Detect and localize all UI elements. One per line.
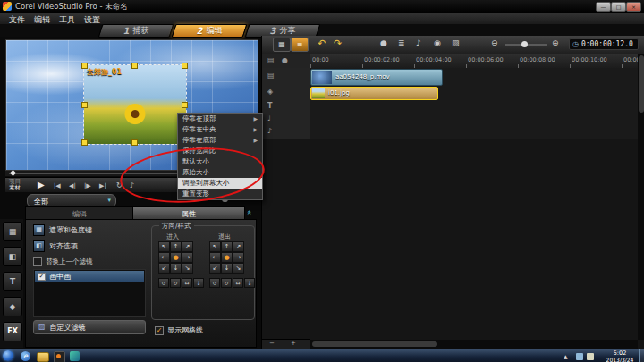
exit-dir-center[interactable]: ● bbox=[221, 252, 233, 263]
undo-button[interactable]: ↶ bbox=[318, 38, 326, 48]
taskbar-clock[interactable]: 5:02 2013/3/24 bbox=[603, 350, 637, 362]
exit-dir-se[interactable]: ↘ bbox=[233, 263, 244, 274]
resize-handle-ml[interactable] bbox=[81, 102, 88, 108]
tray-network-icon[interactable] bbox=[576, 353, 583, 360]
media-player-taskbar-icon[interactable] bbox=[54, 351, 65, 362]
go-start-button[interactable]: |◀ bbox=[54, 182, 61, 189]
enter-dir-w[interactable]: ← bbox=[158, 252, 170, 263]
gallery-filter-dropdown[interactable]: 全部 ▾ bbox=[27, 194, 116, 207]
next-frame-button[interactable]: |▶ bbox=[84, 182, 91, 189]
filter-enabled-checkbox[interactable]: ✓ bbox=[38, 273, 46, 281]
category-graphic-button[interactable]: ◆ bbox=[3, 297, 22, 316]
resize-handle-tm[interactable] bbox=[131, 63, 138, 69]
go-end-button[interactable]: ▶| bbox=[99, 182, 106, 189]
overlay-clip-selected[interactable]: i01.jpg bbox=[310, 87, 438, 100]
security-taskbar-icon[interactable] bbox=[70, 351, 80, 361]
category-media-button[interactable]: ▦ bbox=[3, 222, 22, 241]
music-track[interactable] bbox=[310, 126, 638, 139]
record-capture-button[interactable]: ● bbox=[380, 39, 387, 47]
vertical-scrollbar[interactable] bbox=[638, 54, 644, 340]
enter-dir-n[interactable]: ↑ bbox=[170, 241, 182, 252]
menu-item-default-size[interactable]: 默认大小 bbox=[178, 156, 262, 167]
category-transition-button[interactable]: ◧ bbox=[3, 247, 22, 266]
zoom-in-button[interactable]: ⊕ bbox=[552, 39, 559, 47]
menu-item-dock-center[interactable]: 停靠在中央▶ bbox=[178, 124, 262, 135]
enter-rotate-left-button[interactable]: ↺ bbox=[158, 278, 169, 288]
all-tracks-icon[interactable]: ▤ bbox=[267, 57, 275, 64]
close-button[interactable]: × bbox=[626, 2, 641, 12]
exit-dir-sw[interactable]: ↙ bbox=[209, 263, 221, 274]
zoom-in-small-button[interactable]: + bbox=[291, 341, 296, 347]
resize-handle-tr[interactable] bbox=[182, 63, 188, 69]
timeline-zoom-slider-thumb[interactable] bbox=[521, 41, 528, 47]
exit-dir-n[interactable]: ↑ bbox=[221, 241, 233, 252]
auto-music-button[interactable]: ♪ bbox=[416, 39, 421, 47]
show-desktop-button[interactable] bbox=[639, 349, 644, 362]
play-button[interactable]: ▶ bbox=[38, 181, 45, 189]
category-filter-button[interactable]: FX bbox=[3, 322, 22, 341]
enter-rotate-right-button[interactable]: ↻ bbox=[170, 278, 181, 288]
scrubber-handle[interactable] bbox=[10, 170, 16, 176]
timeline-view-button[interactable]: ≡ bbox=[291, 38, 309, 52]
exit-dir-s[interactable]: ↓ bbox=[221, 263, 233, 274]
enter-dir-se[interactable]: ↘ bbox=[182, 263, 193, 274]
enter-dir-nw[interactable]: ↖ bbox=[158, 241, 170, 252]
browser-taskbar-icon[interactable]: e bbox=[21, 351, 30, 361]
replace-filter-checkbox[interactable] bbox=[33, 257, 42, 266]
painting-creator-button[interactable]: ◉ bbox=[434, 39, 441, 47]
menu-item-fit-to-screen[interactable]: 调整到屏幕大小 bbox=[178, 178, 262, 189]
start-button[interactable] bbox=[3, 350, 13, 361]
sound-mixer-button[interactable]: ≣ bbox=[398, 39, 405, 47]
voice-track-header[interactable]: ♩ bbox=[262, 114, 311, 127]
ripple-edit-icon[interactable]: ● bbox=[282, 57, 288, 64]
title-track[interactable] bbox=[310, 101, 638, 114]
timeline-ruler[interactable]: 00:00 00:00:02:00 00:00:04:00 00:00:06:0… bbox=[310, 54, 638, 69]
title-track-header[interactable]: T bbox=[262, 101, 311, 114]
category-title-button[interactable]: T bbox=[3, 272, 22, 291]
resize-handle-bl[interactable] bbox=[81, 139, 88, 146]
tray-volume-icon[interactable] bbox=[587, 353, 594, 360]
tab-edit-step[interactable]: 2编辑 bbox=[172, 24, 248, 38]
repeat-button[interactable]: ↻ bbox=[116, 181, 123, 189]
exit-rotate-left-button[interactable]: ↺ bbox=[209, 278, 220, 288]
menu-item-original-size[interactable]: 原始大小 bbox=[178, 167, 262, 178]
zoom-out-button[interactable]: ⊖ bbox=[491, 39, 498, 47]
exit-rotate-right-button[interactable]: ↻ bbox=[221, 278, 232, 288]
alignment-options-button[interactable]: ◧ 对齐选项 bbox=[33, 240, 78, 252]
collapse-panel-icon[interactable]: « bbox=[245, 210, 253, 215]
storyboard-view-button[interactable]: ▦ bbox=[273, 38, 291, 52]
horizontal-scrollbar[interactable] bbox=[310, 340, 638, 349]
enter-dir-center[interactable]: ● bbox=[170, 252, 182, 263]
enter-dir-e[interactable]: → bbox=[182, 252, 193, 263]
exit-fade-h-button[interactable]: ↔ bbox=[233, 278, 243, 288]
mode-clip-button[interactable]: 素材 bbox=[9, 185, 21, 191]
music-track-header[interactable]: ♪ bbox=[262, 126, 311, 139]
enter-dir-ne[interactable]: ↗ bbox=[182, 241, 193, 252]
exit-fade-v-button[interactable]: ↕ bbox=[244, 278, 255, 288]
enter-fade-h-button[interactable]: ↔ bbox=[182, 278, 192, 288]
resize-handle-mr[interactable] bbox=[182, 102, 188, 108]
mask-chroma-button[interactable]: ▦ 遮罩和色度键 bbox=[33, 224, 92, 236]
filter-list-item[interactable]: ✓ 画中画 bbox=[35, 271, 144, 282]
volume-button[interactable]: ♪ bbox=[130, 181, 134, 189]
redo-button[interactable]: ↷ bbox=[334, 38, 342, 48]
tray-expand-icon[interactable]: ▲ bbox=[564, 354, 568, 359]
vertical-scrollbar-thumb[interactable] bbox=[639, 55, 644, 113]
show-grid-checkbox[interactable]: ✓ bbox=[155, 326, 164, 335]
resize-handle-tl[interactable] bbox=[81, 63, 88, 69]
maximize-button[interactable]: □ bbox=[611, 2, 626, 12]
track-manager-button[interactable]: ▨ bbox=[452, 39, 460, 47]
overlay-track-header[interactable]: ◈ bbox=[262, 86, 311, 102]
video-track-header[interactable]: ▤ bbox=[262, 68, 311, 87]
exit-dir-e[interactable]: → bbox=[233, 252, 244, 263]
overlay-track[interactable]: i01.jpg bbox=[310, 86, 638, 102]
exit-dir-nw[interactable]: ↖ bbox=[209, 241, 221, 252]
explorer-taskbar-icon[interactable] bbox=[37, 352, 49, 362]
menu-item-dock-bottom[interactable]: 停靠在底部▶ bbox=[178, 135, 262, 146]
exit-dir-w[interactable]: ← bbox=[209, 252, 221, 263]
voice-track[interactable] bbox=[310, 114, 638, 127]
zoom-out-small-button[interactable]: − bbox=[269, 341, 275, 347]
overlay-selection-box[interactable]: 去郊游_01 bbox=[83, 64, 187, 145]
horizontal-scrollbar-thumb[interactable] bbox=[312, 341, 437, 347]
enter-dir-sw[interactable]: ↙ bbox=[158, 263, 170, 274]
